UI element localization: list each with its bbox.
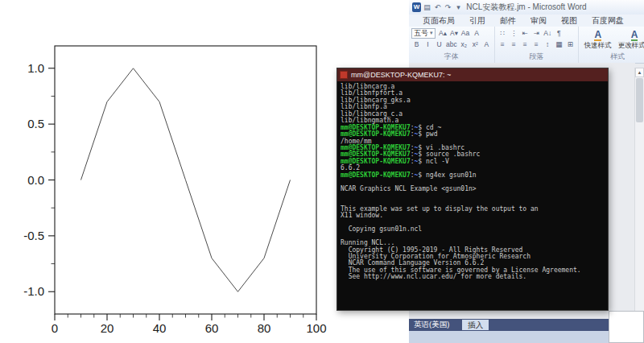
outdent-icon[interactable]: ⇤ (520, 27, 530, 39)
terminal-line: NCAR Graphics NCL Example <gsun01n> (341, 186, 605, 192)
ribbon-tab[interactable]: 邮件 (493, 14, 523, 27)
ribbon-tab-row: 页面布局引用邮件审阅视图百度网盘 (409, 14, 644, 27)
indent-icon[interactable]: ⇥ (531, 27, 542, 39)
font-size-value: 五号 (414, 28, 428, 39)
svg-text:0: 0 (52, 321, 58, 335)
undo-icon[interactable]: ↶ (433, 2, 442, 12)
svg-text:0.0: 0.0 (27, 173, 44, 187)
shrink-font-icon[interactable]: A▾ (449, 27, 460, 39)
strikethrough-icon[interactable]: abc (445, 39, 458, 50)
terminal-title: mm@DESKTOP-KQMEKU7: ~ (351, 71, 451, 79)
clear-formatting-icon[interactable]: A (472, 27, 482, 39)
ribbon-group-font: 五号 ▾ A▴A▾AaA BIUabcx₂x²A 字体 (409, 27, 495, 63)
ribbon-group-styles: A快速样式A更改样式 ▾ 样式 (579, 27, 644, 63)
group-label-paragraph: 段落 (495, 52, 578, 62)
styles-buttons: A快速样式A更改样式 ▾ (581, 27, 644, 52)
svg-text:0.5: 0.5 (27, 117, 44, 130)
word-titlebar[interactable]: W▤↶↷▾ NCL安装教程.jm - Microsoft Word (409, 0, 644, 15)
language-status[interactable]: 英语(美国) (409, 320, 449, 330)
quick-access-toolbar: W▤↶↷▾ (409, 2, 463, 12)
svg-text:-0.5: -0.5 (23, 229, 44, 242)
ribbon-tab[interactable]: 引用 (462, 14, 493, 27)
bullet-list-icon[interactable]: ∷ (497, 27, 508, 39)
grow-font-icon[interactable]: A▴ (438, 27, 448, 39)
redo-icon[interactable]: ↷ (444, 2, 452, 12)
terminal-icon (340, 71, 348, 79)
quick-styles-button[interactable]: A快速样式 (581, 27, 615, 52)
svg-text:-1.0: -1.0 (23, 284, 44, 298)
svg-text:1.0: 1.0 (27, 61, 44, 75)
terminal-line: mm@DESKTOP-KQMEKU7:~$ ng4ex gsun01n (341, 172, 605, 179)
svg-text:20: 20 (101, 321, 114, 335)
pilcrow-icon[interactable]: ¶ (554, 27, 564, 39)
underline-icon[interactable]: U (434, 39, 444, 50)
font-size-combo[interactable]: 五号 ▾ (411, 28, 436, 39)
terminal-line: Copying gsun01n.ncl (341, 226, 605, 233)
insert-mode-status[interactable]: 插入 (462, 320, 489, 330)
save-icon[interactable]: ▤ (423, 2, 431, 12)
font-color-icon[interactable]: A (481, 39, 492, 50)
scrollbar-thumb[interactable] (636, 78, 643, 122)
bottom-right-panel (609, 311, 644, 343)
terminal-titlebar[interactable]: mm@DESKTOP-KQMEKU7: ~ (337, 68, 608, 81)
svg-text:100: 100 (306, 321, 326, 335)
number-list-icon[interactable]: ⋮ (509, 27, 519, 39)
group-label-font: 字体 (409, 52, 494, 62)
sort-icon[interactable]: A↓ (543, 27, 553, 39)
svg-text:40: 40 (153, 321, 167, 335)
terminal-line: See http://www.ncl.ucar.edu/ for more de… (341, 274, 605, 280)
scroll-up-arrow-icon[interactable]: ▲ (635, 68, 644, 77)
align-left-icon[interactable]: ≡ (497, 39, 508, 50)
vertical-scrollbar[interactable]: ▲ (634, 68, 644, 319)
qat-dropdown-icon[interactable]: ▾ (454, 2, 463, 12)
svg-text:60: 60 (205, 321, 219, 335)
terminal-line: mm@DESKTOP-KQMEKU7:~$ pwd (341, 131, 605, 138)
terminal-line: mm@DESKTOP-KQMEKU7:~$ ncl -V (341, 159, 605, 165)
terminal-line: X11 window. (341, 213, 605, 219)
ribbon-tab[interactable]: 视图 (554, 14, 584, 27)
ribbon-tab[interactable]: 百度网盘 (584, 14, 631, 27)
terminal-line (341, 192, 605, 199)
ribbon-tab[interactable]: 审阅 (523, 14, 554, 27)
align-right-icon[interactable]: ≡ (520, 39, 530, 50)
word-logo-icon[interactable]: W (412, 2, 421, 12)
align-center-icon[interactable]: ≡ (509, 39, 519, 50)
italic-icon[interactable]: I (423, 39, 433, 50)
quick-styles-icon: A (594, 30, 601, 41)
justify-icon[interactable]: ≡ (531, 39, 542, 50)
ribbon-tab[interactable]: 页面布局 (415, 14, 462, 27)
bold-icon[interactable]: B (411, 39, 422, 50)
change-styles-icon: A (631, 30, 638, 41)
group-label-styles: 样式 (579, 52, 644, 62)
chevron-down-icon: ▾ (430, 30, 433, 36)
borders-icon[interactable]: ⊞ (565, 39, 576, 50)
change-styles-button[interactable]: A更改样式 ▾ (615, 27, 644, 52)
shading-icon[interactable]: ▦ (554, 39, 564, 50)
svg-text:80: 80 (258, 321, 271, 335)
superscript-icon[interactable]: x² (470, 39, 481, 50)
subscript-icon[interactable]: x₂ (459, 39, 469, 50)
terminal-body[interactable]: lib/libncarg.alib/libnfpfort.alib/libnca… (337, 81, 608, 310)
ribbon: 五号 ▾ A▴A▾AaA BIUabcx₂x²A 字体 ∷⋮⇤⇥A↓¶ ≡≡≡≡… (409, 27, 644, 64)
change-case-icon[interactable]: Aa (460, 27, 471, 39)
ribbon-group-paragraph: ∷⋮⇤⇥A↓¶ ≡≡≡≡↕▦⊞ 段落 (495, 27, 579, 63)
line-spacing-icon[interactable]: ↕ (543, 39, 553, 50)
screen: -1.0-0.50.00.51.0020406080100 W▤↶↷▾ NCL安… (0, 0, 644, 343)
terminal-window: mm@DESKTOP-KQMEKU7: ~ lib/libncarg.alib/… (336, 68, 609, 311)
